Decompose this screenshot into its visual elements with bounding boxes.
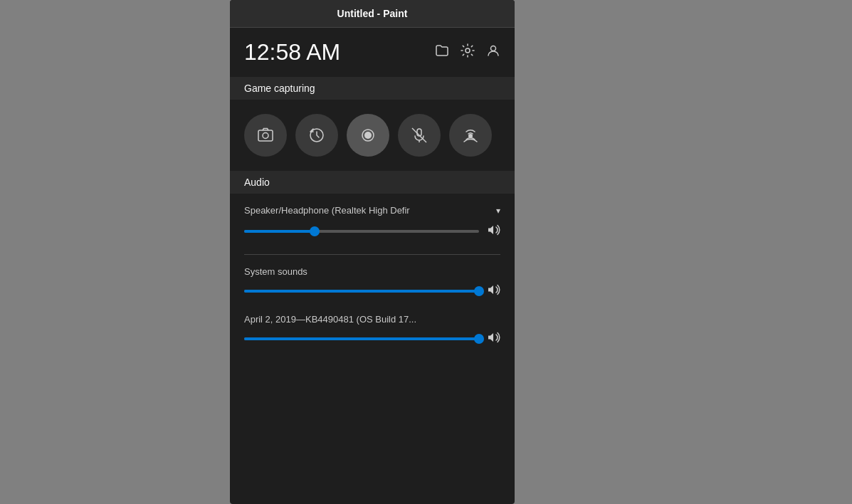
- speaker-volume-icon: [486, 223, 500, 240]
- folder-icon[interactable]: [435, 43, 449, 61]
- system-sounds-volume-icon: [486, 283, 500, 300]
- april-update-volume-icon: [486, 330, 500, 347]
- game-bar-panel: Untitled - Paint 12:58 AM: [230, 0, 515, 504]
- svg-point-6: [364, 132, 372, 139]
- svg-point-3: [263, 133, 268, 139]
- svg-rect-2: [258, 130, 273, 141]
- audio-content: Speaker/Headphone (Realtek High Defir ▾: [230, 194, 515, 373]
- chevron-down-icon[interactable]: ▾: [496, 206, 500, 216]
- svg-point-1: [491, 46, 496, 51]
- system-sounds-label: System sounds: [244, 266, 500, 277]
- broadcast-button[interactable]: [449, 114, 492, 157]
- capture-buttons-row: [230, 100, 515, 171]
- svg-point-0: [466, 48, 470, 53]
- settings-icon[interactable]: [461, 43, 475, 61]
- audio-device-header: Speaker/Headphone (Realtek High Defir ▾: [244, 205, 500, 216]
- audio-label: Audio: [230, 171, 515, 194]
- divider-1: [244, 254, 500, 255]
- header: 12:58 AM: [230, 28, 515, 77]
- audio-item-april-update: April 2, 2019—KB4490481 (OS Build 17...: [244, 314, 500, 347]
- title-bar: Untitled - Paint: [230, 0, 515, 28]
- record-button[interactable]: [347, 114, 389, 157]
- game-capturing-label: Game capturing: [230, 77, 515, 100]
- audio-device-name: Speaker/Headphone (Realtek High Defir: [244, 205, 410, 216]
- profile-icon[interactable]: [486, 43, 500, 61]
- clock: 12:58 AM: [244, 39, 340, 65]
- system-sounds-slider[interactable]: [244, 290, 479, 293]
- april-update-label: April 2, 2019—KB4490481 (OS Build 17...: [244, 314, 500, 325]
- system-sounds-slider-row: [244, 283, 500, 300]
- record-last-button[interactable]: [295, 114, 338, 157]
- screenshot-button[interactable]: [244, 114, 287, 157]
- audio-item-system-sounds: System sounds: [244, 266, 500, 300]
- window-title: Untitled - Paint: [337, 8, 408, 19]
- april-update-slider[interactable]: [244, 337, 479, 340]
- microphone-button[interactable]: [398, 114, 441, 157]
- header-icons: [435, 43, 500, 61]
- speaker-slider[interactable]: [244, 230, 479, 233]
- speaker-slider-row: [244, 223, 500, 240]
- audio-device-speaker: Speaker/Headphone (Realtek High Defir ▾: [244, 205, 500, 240]
- april-update-slider-row: [244, 330, 500, 347]
